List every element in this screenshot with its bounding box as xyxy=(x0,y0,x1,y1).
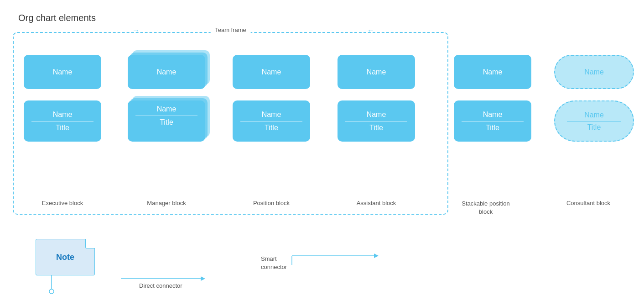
consultant-divider xyxy=(567,121,622,121)
smart-connector-label: Smartconnector xyxy=(261,255,287,271)
manager-label: Manager block xyxy=(128,200,205,206)
executive-column: Name Name Title xyxy=(24,55,101,142)
manager-stack-front: Name xyxy=(128,55,205,89)
consultant-label: Consultant block xyxy=(540,200,636,206)
assistant-label: Assistant block xyxy=(338,200,415,206)
position-block-title: Title xyxy=(233,121,310,137)
stackable-column: Name Name Title xyxy=(454,55,531,142)
manager-name-stack[interactable]: Name xyxy=(128,55,205,89)
assistant-block-title: Title xyxy=(338,121,415,137)
svg-marker-3 xyxy=(201,276,205,281)
manager-name-title-stack[interactable]: Name Title xyxy=(128,100,205,142)
executive-name-block[interactable]: Name xyxy=(24,55,101,89)
consultant-block-title: Title xyxy=(587,123,601,132)
manager-name-text: Name xyxy=(157,68,177,76)
consultant-block-name: Name xyxy=(584,111,604,119)
position-name-text: Name xyxy=(262,68,281,76)
stackable-name-title-block[interactable]: Name Title xyxy=(454,100,531,142)
stackable-block-name: Name xyxy=(454,106,531,121)
arrow-right-icon: → xyxy=(132,26,140,35)
assistant-name-title-block[interactable]: Name Title xyxy=(338,100,415,142)
position-block-name: Name xyxy=(233,106,310,121)
executive-block-title: Title xyxy=(24,121,101,137)
note-element[interactable]: Note xyxy=(36,239,95,275)
assistant-name-text: Name xyxy=(367,68,386,76)
stackable-label: Stackable positionblock xyxy=(438,200,534,216)
svg-marker-6 xyxy=(374,253,379,258)
consultant-name-text: Name xyxy=(584,68,604,76)
page-title: Org chart elements xyxy=(18,13,96,23)
assistant-column: Name Name Title xyxy=(338,55,415,142)
manager-block-name: Name xyxy=(157,100,177,116)
consultant-name-block[interactable]: Name xyxy=(554,55,634,89)
assistant-block-name: Name xyxy=(338,106,415,121)
executive-name-title-block[interactable]: Name Title xyxy=(24,100,101,142)
arrow-left-icon: ← xyxy=(367,26,374,35)
position-column: Name Name Title xyxy=(233,55,310,142)
note-text: Note xyxy=(56,253,74,262)
executive-block-name: Name xyxy=(24,106,101,121)
assistant-name-block[interactable]: Name xyxy=(338,55,415,89)
stackable-name-text: Name xyxy=(483,68,503,76)
direct-connector-label: Direct connector xyxy=(139,282,182,289)
stackable-block-title: Title xyxy=(454,121,531,137)
svg-point-0 xyxy=(49,289,54,294)
executive-label: Executive block xyxy=(24,200,101,206)
manager-block-title: Title xyxy=(160,116,173,131)
position-name-block[interactable]: Name xyxy=(233,55,310,89)
consultant-column: Name Name Title xyxy=(554,55,634,142)
executive-name-text: Name xyxy=(53,68,73,76)
position-label: Position block xyxy=(233,200,310,206)
stackable-name-block[interactable]: Name xyxy=(454,55,531,89)
team-frame-label: Team frame xyxy=(210,26,251,33)
manager-title-stack-front: Name Title xyxy=(128,100,205,142)
position-name-title-block[interactable]: Name Title xyxy=(233,100,310,142)
manager-column: Name Name Title xyxy=(128,55,205,142)
consultant-title-block[interactable]: Name Title xyxy=(554,100,634,142)
